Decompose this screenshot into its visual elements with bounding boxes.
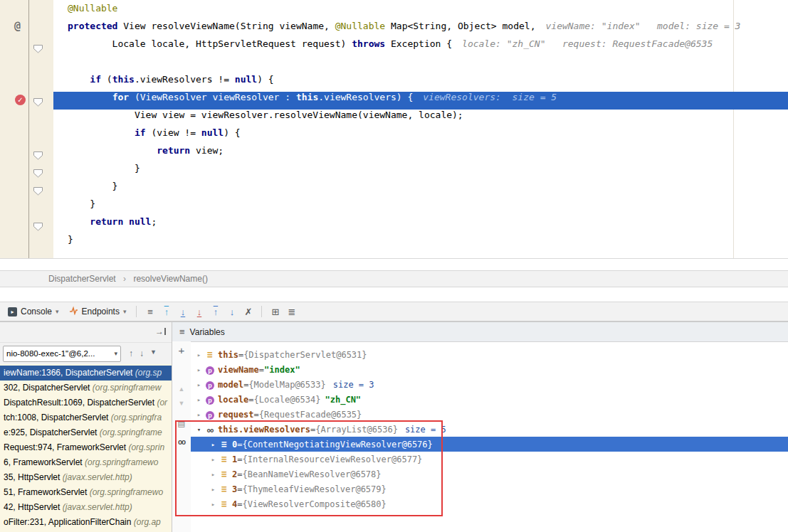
debugger-inline-hint: viewName: "index" model: size = 3 <box>545 21 740 31</box>
fold-marker-icon[interactable] <box>33 43 43 52</box>
value-bars-icon: ≡ <box>219 499 230 509</box>
chevron-right-icon[interactable]: ▸ <box>194 411 204 418</box>
variable-row[interactable]: ▸pmodel = {ModelMap@6533}size = 3 <box>191 377 788 392</box>
collection-size: size = 5 <box>405 425 446 435</box>
frame-package: (org.springfra <box>111 413 162 422</box>
next-frame-icon[interactable]: ↓ <box>140 349 144 358</box>
chevron-right-icon[interactable]: ▸ <box>208 501 219 508</box>
variable-row[interactable]: ▸≡2 = {BeanNameViewResolver@6578} <box>191 467 788 482</box>
fold-marker-icon[interactable] <box>33 221 43 230</box>
breadcrumb-class[interactable]: DispatcherServlet <box>48 274 116 284</box>
show-watches-icon[interactable]: oo <box>172 438 191 446</box>
code-line[interactable]: } <box>53 181 788 198</box>
frame-location: iewName:1366, DispatcherServlet <box>4 368 135 378</box>
chevron-right-icon[interactable]: ▸ <box>194 366 204 373</box>
code-line[interactable]: View view = viewResolver.resolveViewName… <box>53 110 788 127</box>
chevron-right-icon[interactable]: ▸ <box>194 351 204 358</box>
step-out-icon[interactable]: ↑ <box>207 307 224 317</box>
chevron-right-icon[interactable]: ▸ <box>208 486 219 493</box>
code-token: null <box>235 74 257 85</box>
execution-line[interactable]: for (ViewResolver viewResolver : this.vi… <box>53 92 788 110</box>
frame-row[interactable]: Request:974, FrameworkServlet (org.sprin <box>0 440 172 455</box>
chevron-right-icon[interactable]: ▸ <box>208 441 219 448</box>
run-to-cursor-icon[interactable]: ↓ <box>224 307 240 317</box>
variable-row[interactable]: ▸prequest = {RequestFacade@6535} <box>191 407 788 422</box>
chevron-right-icon[interactable]: ▸ <box>194 381 204 388</box>
frame-package: (org.springframewo <box>85 457 158 467</box>
add-watch-icon[interactable]: + <box>172 344 191 356</box>
copy-value-icon[interactable]: ▤ <box>172 418 191 428</box>
chevron-right-icon[interactable]: ▸ <box>194 396 204 403</box>
code-line[interactable] <box>53 56 788 74</box>
code-token: null <box>201 127 224 138</box>
frame-row[interactable]: 51, FrameworkServlet (org.springframewo <box>0 485 172 500</box>
chevron-down-icon: ▾ <box>123 308 127 315</box>
console-tab[interactable]: ▸ Console ▾ <box>3 302 64 321</box>
code-line[interactable]: @Nullable <box>53 3 788 21</box>
parameter-badge: p <box>206 396 214 405</box>
variable-row[interactable]: ▸pviewName = "index" <box>191 362 788 377</box>
force-step-over-icon[interactable]: ↓ <box>191 307 207 317</box>
frame-row[interactable]: 35, HttpServlet (javax.servlet.http) <box>0 470 172 485</box>
code-line[interactable]: Locale locale, HttpServletRequest reques… <box>53 38 788 56</box>
variable-row[interactable]: ▾oothis.viewResolvers = {ArrayList@6536}… <box>191 422 788 437</box>
previous-frame-icon[interactable]: ↑ <box>129 349 133 358</box>
layout-settings-icon[interactable]: ⊞ <box>267 307 283 317</box>
frame-location: 51, FrameworkServlet <box>4 487 90 497</box>
code-line[interactable]: if (view != null) { <box>53 127 788 145</box>
code-line[interactable]: return view; <box>53 145 788 163</box>
show-execution-point-icon[interactable]: ↑ <box>158 307 174 317</box>
pin-tab-icon[interactable]: → <box>155 326 166 336</box>
frame-package: (org.sp <box>135 368 162 378</box>
code-token: if <box>90 74 101 85</box>
view-options-icon[interactable]: ≡ <box>142 307 158 317</box>
fold-marker-icon[interactable] <box>33 186 43 194</box>
chevron-right-icon[interactable]: ▸ <box>208 456 219 463</box>
variable-row[interactable]: ▸≡this = {DispatcherServlet@6531} <box>191 347 788 362</box>
menu-icon[interactable]: ≡ <box>179 326 185 337</box>
variable-row[interactable]: ▸plocale = {Locale@6534}"zh_CN" <box>191 392 788 407</box>
frame-row[interactable]: 6, FrameworkServlet (org.springframewo <box>0 455 172 470</box>
bars-glyph: ≡ <box>221 499 227 509</box>
code-token: protected <box>68 21 117 31</box>
variable-name: this <box>218 350 238 360</box>
code-line[interactable]: if (this.viewResolvers != null) { <box>53 74 788 92</box>
thread-selector[interactable]: nio-8080-exec-1"@6,2... ▾ <box>3 346 121 362</box>
code-token <box>68 216 90 227</box>
hide-frames-filter-icon[interactable]: ▼ <box>150 349 157 358</box>
fold-marker-icon[interactable] <box>33 150 43 159</box>
variable-row[interactable]: ▸≡3 = {ThymeleafViewResolver@6579} <box>191 482 788 496</box>
variable-row[interactable]: ▸≡0 = {ContentNegotiatingViewResolver@65… <box>191 437 788 452</box>
fold-marker-icon[interactable] <box>33 97 43 105</box>
frame-row[interactable]: tch:1008, DispatcherServlet (org.springf… <box>0 410 172 425</box>
code-line[interactable]: } <box>53 163 788 181</box>
frame-row[interactable]: 302, DispatcherServlet (org.springframew <box>0 381 172 395</box>
variable-row[interactable]: ▸≡1 = {InternalResourceViewResolver@6577… <box>191 452 788 467</box>
evaluate-expression-icon[interactable]: ✗ <box>240 307 256 317</box>
code-line[interactable]: } <box>53 198 788 216</box>
parameter-badge: p <box>206 411 214 420</box>
frame-row[interactable]: e:925, DispatcherServlet (org.springfram… <box>0 425 172 440</box>
frame-row[interactable]: DispatchResult:1069, DispatcherServlet (… <box>0 395 172 410</box>
endpoints-tab[interactable]: Endpoints ▾ <box>64 302 132 321</box>
chevron-down-icon[interactable]: ▾ <box>194 426 204 433</box>
code-line[interactable]: } <box>53 234 788 252</box>
breakpoint-icon[interactable]: ✓ <box>15 95 26 105</box>
breadcrumb-method[interactable]: resolveViewName() <box>133 274 207 284</box>
frame-row[interactable]: oFilter:231, ApplicationFilterChain (org… <box>0 515 172 530</box>
code-line[interactable]: return null; <box>53 216 788 234</box>
filter-stack-icon[interactable]: ≣ <box>283 307 300 317</box>
code-token: Map<String, Object> model, <box>385 21 535 31</box>
fold-marker-icon[interactable] <box>33 168 43 176</box>
frame-row[interactable]: 42, HttpServlet (javax.servlet.http) <box>0 500 172 515</box>
chevron-right-icon[interactable]: ▸ <box>208 471 219 478</box>
frame-row[interactable]: iewName:1366, DispatcherServlet (org.sp <box>0 366 172 381</box>
code-line[interactable]: protected View resolveViewName(String vi… <box>53 21 788 38</box>
code-editor[interactable]: @ ✓ @Nullableprotected View resolveViewN… <box>0 0 788 259</box>
scroll-up-icon[interactable]: ▲ <box>172 385 191 393</box>
equals-sign: = <box>254 410 259 420</box>
scroll-down-icon[interactable]: ▼ <box>172 400 191 407</box>
parameter-icon: p <box>204 410 216 420</box>
variable-row[interactable]: ▸≡4 = {ViewResolverComposite@6580} <box>191 496 788 511</box>
step-over-icon[interactable]: ↓ <box>174 307 191 317</box>
